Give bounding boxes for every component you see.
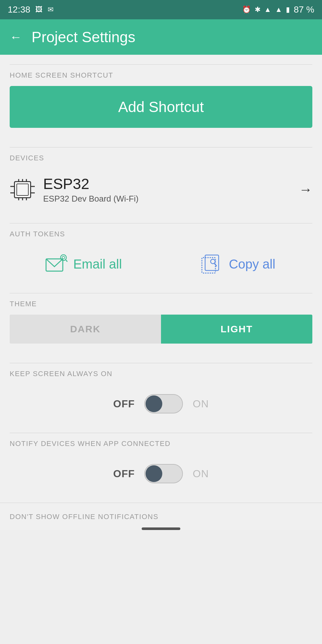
shortcut-section: HOME SCREEN SHORTCUT Add Shortcut — [0, 55, 322, 137]
device-row[interactable]: ESP32 ESP32 Dev Board (Wi-Fi) → — [10, 169, 312, 213]
keep-screen-section: KEEP SCREEN ALWAYS ON OFF ON — [0, 353, 322, 423]
notify-toggle-row: OFF ON — [10, 454, 312, 493]
svg-rect-1 — [17, 184, 28, 195]
auth-tokens-row: Email all Copy all — [10, 245, 312, 283]
offline-label: DON'T SHOW OFFLINE NOTIFICATIONS — [0, 503, 322, 521]
keep-screen-knob — [146, 395, 162, 412]
signal-icon: ▲ — [275, 5, 282, 14]
auth-tokens-section: AUTH TOKENS Email all — [0, 213, 322, 283]
device-arrow-icon: → — [299, 182, 312, 197]
theme-section: THEME DARK LIGHT — [0, 283, 322, 344]
add-shortcut-button[interactable]: Add Shortcut — [10, 86, 312, 128]
notify-toggle[interactable] — [144, 464, 183, 483]
svg-point-19 — [211, 259, 215, 264]
devices-section-label: DEVICES — [10, 154, 312, 162]
app-bar: ← Project Settings — [0, 19, 322, 55]
wifi-icon: ▲ — [264, 5, 271, 14]
device-subtitle: ESP32 Dev Board (Wi-Fi) — [43, 194, 299, 204]
theme-light-option[interactable]: LIGHT — [161, 315, 312, 344]
page-title: Project Settings — [32, 28, 135, 46]
bottom-nav-bar — [142, 527, 180, 530]
status-bar: 12:38 🖼 ✉ ⏰ ✱ ▲ ▲ ▮ 87 % — [0, 0, 322, 19]
devices-section: DEVICES ESP32 — [0, 137, 322, 213]
status-left: 12:38 🖼 ✉ — [8, 5, 53, 15]
email-status-icon: ✉ — [48, 5, 53, 14]
email-all-button[interactable]: Email all — [10, 254, 158, 274]
notify-off-label: OFF — [113, 468, 135, 480]
offline-notifications-section: DON'T SHOW OFFLINE NOTIFICATIONS — [0, 493, 322, 530]
notify-section-label: NOTIFY DEVICES WHEN APP CONNECTED — [10, 440, 312, 448]
auth-section-label: AUTH TOKENS — [10, 230, 312, 238]
alarm-icon: ⏰ — [242, 5, 251, 14]
battery-level: 87 % — [294, 5, 314, 15]
notify-knob — [146, 465, 162, 482]
copy-all-label: Copy all — [229, 257, 276, 271]
back-button[interactable]: ← — [10, 30, 22, 44]
keep-screen-on-label: ON — [193, 398, 209, 410]
keep-screen-toggle-row: OFF ON — [10, 384, 312, 423]
device-chip-icon — [10, 178, 35, 201]
keep-screen-label: KEEP SCREEN ALWAYS ON — [10, 370, 312, 378]
notify-devices-section: NOTIFY DEVICES WHEN APP CONNECTED OFF ON — [0, 423, 322, 493]
status-time: 12:38 — [8, 5, 30, 15]
email-all-icon — [45, 254, 68, 274]
notify-on-label: ON — [193, 468, 209, 480]
keep-screen-off-label: OFF — [113, 398, 135, 410]
content: HOME SCREEN SHORTCUT Add Shortcut DEVICE… — [0, 55, 322, 530]
battery-icon: ▮ — [286, 5, 290, 14]
svg-point-14 — [62, 256, 65, 259]
device-name: ESP32 — [43, 175, 299, 193]
copy-all-button[interactable]: Copy all — [164, 254, 312, 274]
copy-all-icon — [201, 254, 224, 274]
theme-toggle[interactable]: DARK LIGHT — [10, 315, 312, 344]
theme-dark-option[interactable]: DARK — [10, 315, 161, 344]
device-info: ESP32 ESP32 Dev Board (Wi-Fi) — [43, 175, 299, 204]
email-all-label: Email all — [73, 257, 122, 271]
bluetooth-icon: ✱ — [255, 5, 260, 14]
theme-section-label: THEME — [10, 300, 312, 308]
shortcut-section-label: HOME SCREEN SHORTCUT — [10, 71, 312, 80]
keep-screen-toggle[interactable] — [144, 394, 183, 413]
status-right: ⏰ ✱ ▲ ▲ ▮ 87 % — [242, 5, 314, 15]
gallery-icon: 🖼 — [35, 5, 43, 14]
